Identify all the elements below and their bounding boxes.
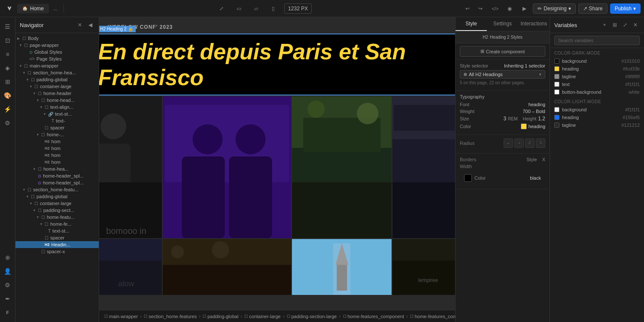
search-variables-input[interactable] <box>554 36 640 45</box>
tree-item-home-header-split-2[interactable]: ⊙ home-header_spl... <box>15 179 99 186</box>
webflow-logo[interactable] <box>3 3 15 15</box>
h2-styles-banner: H2 Heading 2 Styles <box>456 31 550 43</box>
breakpoint-button[interactable]: ◉ <box>504 3 516 15</box>
tree-item-text-align[interactable]: ▼ ☐ text-align... <box>15 104 99 110</box>
settings-bottom-icon[interactable]: ⚙ <box>2 279 14 291</box>
pages-icon[interactable]: ⊡ <box>2 34 14 46</box>
tree-item-global-styles[interactable]: ⊙ Global Styles <box>15 49 99 55</box>
var-item-heading-dark[interactable]: heading #fcd33b <box>554 65 640 73</box>
all-h2-selector[interactable]: ⊞ All H2 Headings ▾ <box>460 70 545 79</box>
tab-style[interactable]: Style <box>456 17 487 31</box>
cms-icon[interactable]: ≡ <box>2 48 14 60</box>
radius-top-right[interactable]: ¬ <box>514 138 524 148</box>
code-view-button[interactable]: </> <box>489 3 501 15</box>
tree-item-padding-global-1[interactable]: ▼ ☐ padding-global <box>15 76 99 83</box>
assets-icon[interactable]: ◈ <box>2 62 14 74</box>
breadcrumb-section-home-features[interactable]: ☐ section_home-features <box>143 314 197 319</box>
navigator-icon[interactable]: ☰ <box>2 21 14 33</box>
more-tabs-button[interactable]: ... <box>51 4 60 13</box>
tree-item-text-st-link[interactable]: ▼ 🔗 text-st... <box>15 110 99 117</box>
tree-item-spacer-2[interactable]: ☐ spacer <box>15 234 99 241</box>
tab-interactions[interactable]: Interactions <box>518 17 550 31</box>
share-button[interactable]: ↗ Share <box>578 3 608 14</box>
add-variable-button[interactable]: + <box>600 21 609 29</box>
tree-item-home-header-split-1[interactable]: ⊙ home-header_spl... <box>15 172 99 179</box>
tree-item-home-fe[interactable]: ▼ ☐ home-fe... <box>15 221 99 227</box>
pen-tool-icon[interactable]: ✒ <box>2 293 14 305</box>
desktop-view-button[interactable]: ▭ <box>233 3 245 15</box>
collapse-navigator-button[interactable]: ◀ <box>86 21 94 29</box>
tree-item-h2-1[interactable]: H2 hom <box>15 138 99 145</box>
var-item-tagline-dark[interactable]: tagline #8f8f8f <box>554 73 640 80</box>
tree-item-page-styles[interactable]: </> Page Styles <box>15 55 99 62</box>
tree-item-main-wrapper[interactable]: ▼ ☐ main-wrapper <box>15 62 99 69</box>
var-item-bg-light[interactable]: background #f1f1f1 <box>554 106 640 113</box>
radius-bottom-right[interactable]: ┘ <box>525 138 535 148</box>
radius-bottom-left[interactable]: └ <box>536 138 545 148</box>
canvas-width[interactable]: 1232 PX <box>284 3 312 14</box>
create-component-button[interactable]: ⊞ Create component <box>460 46 545 57</box>
apps-icon[interactable]: ⊕ <box>2 251 14 264</box>
navigator-header: Navigator ✕ ◀ <box>15 17 99 33</box>
tree-item-container-large-2[interactable]: ▼ ☐ container-large <box>15 200 99 207</box>
tree-item-section-home-features[interactable]: ▼ ☐ section_home-featu... <box>15 186 99 193</box>
tree-item-h2-heading-selected[interactable]: H2 Headin... <box>15 241 99 248</box>
tree-item-home-hea[interactable]: ▼ ☐ home-hea... <box>15 166 99 172</box>
font-icon[interactable]: F <box>2 307 14 319</box>
tab-settings[interactable]: Settings <box>487 17 518 31</box>
styles-icon[interactable]: 🎨 <box>2 89 14 101</box>
home-tab[interactable]: 🏠 Home <box>17 4 49 13</box>
components-icon[interactable]: ⊞ <box>2 76 14 88</box>
tree-item-h2-2[interactable]: H2 hom <box>15 145 99 152</box>
redo-button[interactable]: ↪ <box>474 3 486 15</box>
color-swatch[interactable] <box>521 123 527 129</box>
tree-item-text[interactable]: T text- <box>15 117 99 124</box>
tree-item-h2-3[interactable]: H2 hom <box>15 152 99 159</box>
color-value-group[interactable]: heading <box>521 123 545 129</box>
var-value: #156ef6 <box>623 115 640 120</box>
tree-item-container-large-1[interactable]: ▼ ☐ container-large <box>15 83 99 90</box>
breadcrumb-padding-section-large[interactable]: ☐ padding-section-large <box>286 314 338 319</box>
mode-button[interactable]: ✏ Designing ▾ <box>533 3 575 14</box>
tree-item-page-wrapper[interactable]: ▼ ☐ page-wrapper <box>15 42 99 49</box>
breadcrumb-home-features-component[interactable]: ☐ home-features_component <box>342 314 405 319</box>
tree-item-body[interactable]: ▶ ☐ Body <box>15 35 99 42</box>
tree-item-home-head[interactable]: ▼ ☐ home-head... <box>15 97 99 104</box>
breadcrumb-home-features-content-left[interactable]: ☐ home-features_content-left <box>409 314 455 319</box>
var-item-tagline-light[interactable]: tagline #121212 <box>554 121 640 129</box>
radius-top-left[interactable]: ⌐ <box>504 138 513 148</box>
tree-item-padding-section[interactable]: ▼ ☐ padding-sect... <box>15 207 99 214</box>
tree-item-padding-global-2[interactable]: ▼ ☐ padding-global <box>15 193 99 200</box>
bottom-color-swatch[interactable] <box>464 174 472 182</box>
resize-variables-button[interactable]: ⤢ <box>621 21 629 29</box>
var-item-text-dark[interactable]: text #f1f1f1 <box>554 80 640 88</box>
breadcrumb-padding-global[interactable]: ☐ padding-global <box>202 314 239 319</box>
account-icon[interactable]: 👤 <box>2 265 14 277</box>
tree-item-home-sub[interactable]: ▼ ☐ home-... <box>15 131 99 138</box>
breadcrumb-main-wrapper[interactable]: ☐ main-wrapper <box>103 314 139 319</box>
var-item-bg-dark[interactable]: background #101010 <box>554 57 640 65</box>
tree-item-home-header[interactable]: ▼ ☐ home-header <box>15 90 99 97</box>
var-item-heading-light[interactable]: heading #156ef6 <box>554 113 640 121</box>
expand-button[interactable]: ⤢ <box>216 3 228 15</box>
undo-button[interactable]: ↩ <box>462 3 474 15</box>
var-item-button-bg-dark[interactable]: button-background white <box>554 88 640 96</box>
tree-item-h2-4[interactable]: H2 hom <box>15 159 99 166</box>
tree-item-section-home-header[interactable]: ▼ ☐ section_home-hea... <box>15 69 99 76</box>
tree-item-text-st-2[interactable]: T text-st... <box>15 227 99 234</box>
tree-item-spacer-1[interactable]: ☐ spacer <box>15 124 99 131</box>
heading-text[interactable]: En direct depuis Paris et San Fransisco <box>99 34 455 95</box>
breadcrumb-container-large[interactable]: ☐ container-large <box>243 314 281 319</box>
close-variables-button[interactable]: ✕ <box>631 21 640 29</box>
tree-item-home-features[interactable]: ▼ ☐ home-featu... <box>15 214 99 221</box>
logic-icon[interactable]: ⚡ <box>2 103 14 115</box>
integrations-icon[interactable]: ⚙ <box>2 117 14 129</box>
play-button[interactable]: ▶ <box>518 3 530 15</box>
close-navigator-button[interactable]: ✕ <box>76 21 84 29</box>
publish-button[interactable]: Publish ▾ <box>610 3 641 14</box>
h2-badge: H2 Heading 2 Styles <box>483 35 522 40</box>
tree-item-spacer-x[interactable]: ☐ spacer-x <box>15 248 99 255</box>
grid-view-button[interactable]: ⊞ <box>611 21 619 29</box>
tablet-view-button[interactable]: ▱ <box>250 3 262 15</box>
mobile-view-button[interactable]: ▯ <box>267 3 279 15</box>
